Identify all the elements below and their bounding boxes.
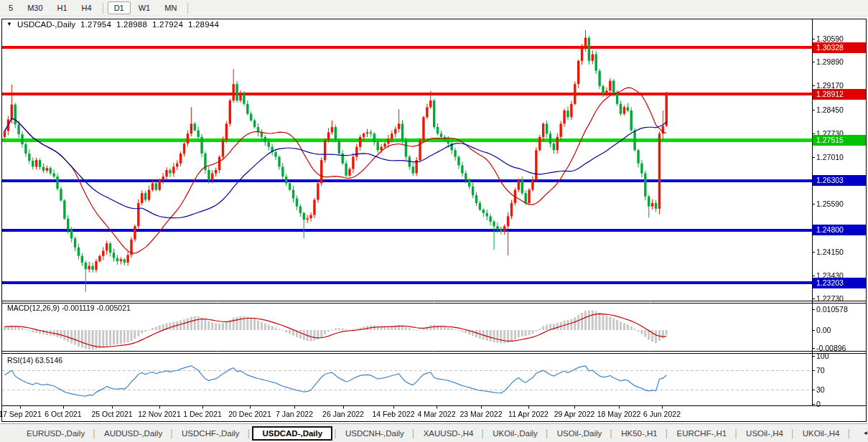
date-axis-label: 23 Mar 2022 — [460, 410, 503, 418]
tab-xauusd-h4[interactable]: XAUUSD-,H4 — [417, 427, 480, 440]
price-level-badge: 1.28912 — [813, 89, 866, 100]
tab-separator: │ — [790, 429, 796, 438]
tab-ukoil-h4[interactable]: UKOil-,H4 — [796, 427, 846, 440]
tab-scroll-arrows: │◄► — [846, 429, 868, 438]
tab-usdcnh-daily[interactable]: USDCNH-,Daily — [339, 427, 411, 440]
tab-separator: │ — [246, 429, 253, 438]
timeframe-button-5[interactable]: 5 — [2, 1, 19, 14]
price-axis-tick-label: 1.27010 — [816, 153, 844, 161]
date-axis-label: 12 Nov 2021 — [138, 410, 181, 418]
timeframe-button-d1[interactable]: D1 — [108, 1, 131, 14]
toolbar-separator — [103, 3, 103, 14]
rsi-axis-tick-label: 30 — [816, 385, 825, 394]
timeframe-toolbar: 5M30H1H4D1W1MN — [0, 0, 868, 17]
timeframe-button-h1[interactable]: H1 — [51, 1, 74, 14]
rsi-axis-tick-label: 100 — [816, 352, 829, 360]
tab-separator: │ — [169, 429, 175, 438]
date-axis-label: 25 Oct 2021 — [91, 410, 132, 418]
macd-indicator-label: MACD(12,26,9) -0.001119 -0.005021 — [7, 304, 131, 312]
date-axis-label: 20 Dec 2021 — [228, 410, 271, 418]
tab-usdchf-daily[interactable]: USDCHF-,Daily — [175, 427, 246, 440]
rsi-value: 63.5146 — [35, 356, 62, 365]
date-axis-label: 6 Jun 2022 — [643, 410, 681, 418]
price-axis-tick-label: 1.24150 — [816, 248, 844, 256]
rsi-axis-tick-label: 70 — [816, 366, 825, 375]
date-axis-label: 14 Feb 2022 — [373, 410, 415, 418]
timeframe-button-mn[interactable]: MN — [158, 1, 183, 14]
chart-high-value: 1.28988 — [116, 20, 147, 29]
tab-separator: │ — [608, 429, 615, 438]
tab-separator: │ — [733, 429, 739, 438]
macd-axis-tick-label: 0.010578 — [816, 305, 848, 314]
price-level-badge: 1.24800 — [813, 225, 866, 235]
date-axis-label: 29 Apr 2022 — [554, 410, 595, 418]
price-axis-tick-label: 1.22730 — [816, 294, 844, 303]
rsi-axis-tick-label: 0 — [816, 400, 821, 408]
date-axis-label: 4 Mar 2022 — [417, 410, 455, 418]
price-axis-tick-label: 1.29890 — [816, 57, 844, 66]
date-axis-label: 11 Apr 2022 — [508, 410, 549, 418]
chart-title-row: ▼ USDCAD-,Daily 1.27954 1.28988 1.27924 … — [6, 20, 219, 29]
macd-axis-tick-label: -0.00896 — [816, 344, 846, 352]
date-axis-label: 18 May 2022 — [597, 410, 641, 418]
tab-separator: │ — [544, 429, 551, 438]
tab-audusd-daily[interactable]: AUDUSD-,Daily — [98, 427, 169, 440]
chart-low-value: 1.27924 — [152, 20, 183, 29]
date-axis-label: 17 Sep 2021 — [0, 410, 42, 418]
tab-usoil-daily[interactable]: USOil-,Daily — [551, 427, 609, 440]
macd-axis-tick-label: 0.00 — [816, 326, 831, 334]
symbol-tabbar: EURUSD-,Daily│AUDUSD-,Daily│USDCHF-,Dail… — [0, 423, 868, 442]
tab-usoil-h4[interactable]: USOil-,H4 — [739, 427, 790, 440]
rsi-indicator-label: RSI(14) 63.5146 — [7, 356, 62, 365]
tab-separator: │ — [664, 429, 671, 438]
chart-symbol-title: USDCAD-,Daily — [17, 20, 75, 29]
tab-ukoil-daily[interactable]: UKOil-,Daily — [486, 427, 544, 440]
date-axis-label: 6 Oct 2021 — [45, 410, 81, 418]
tab-eurusd-daily[interactable]: EURUSD-,Daily — [20, 427, 91, 440]
price-level-badge: 1.23203 — [813, 278, 866, 288]
tab-separator: │ — [846, 429, 853, 438]
tab-scroll-left-icon[interactable]: ◄ — [862, 430, 868, 436]
chart-open-value: 1.27954 — [80, 20, 111, 29]
price-axis-tick-label: 1.28450 — [816, 105, 844, 114]
timeframe-button-m30[interactable]: M30 — [21, 1, 49, 14]
toolbar-separator — [187, 3, 188, 14]
price-axis-tick-label: 1.25590 — [816, 199, 844, 208]
tab-separator: │ — [480, 429, 486, 438]
tab-eurchf-h1[interactable]: EURCHF-,H1 — [671, 427, 734, 440]
price-level-badge: 1.27515 — [813, 135, 866, 146]
trading-terminal-window: 5M30H1H4D1W1MN ▼ USDCAD-,Daily 1.27954 1… — [0, 0, 868, 442]
tab-separator: │ — [332, 429, 339, 438]
date-axis-label: 1 Dec 2021 — [183, 410, 222, 418]
chart-close-value: 1.28944 — [188, 20, 219, 29]
chart-dropdown-caret[interactable]: ▼ — [6, 22, 12, 27]
tab-separator: │ — [91, 429, 98, 438]
macd-values: -0.001119 -0.005021 — [62, 304, 131, 312]
price-level-badge: 1.26303 — [813, 175, 866, 186]
price-level-badge: 1.30328 — [813, 42, 866, 53]
chart-canvas[interactable] — [0, 0, 868, 442]
date-axis-label: 26 Jan 2022 — [322, 410, 364, 418]
tab-usdcad-daily[interactable]: USDCAD-,Daily — [252, 426, 332, 441]
timeframe-button-w1[interactable]: W1 — [132, 1, 157, 14]
date-axis-label: 7 Jan 2022 — [276, 410, 313, 418]
tab-separator: │ — [411, 429, 417, 438]
tab-hk50-h1[interactable]: HK50-,H1 — [615, 427, 664, 440]
timeframe-button-h4[interactable]: H4 — [75, 1, 98, 14]
